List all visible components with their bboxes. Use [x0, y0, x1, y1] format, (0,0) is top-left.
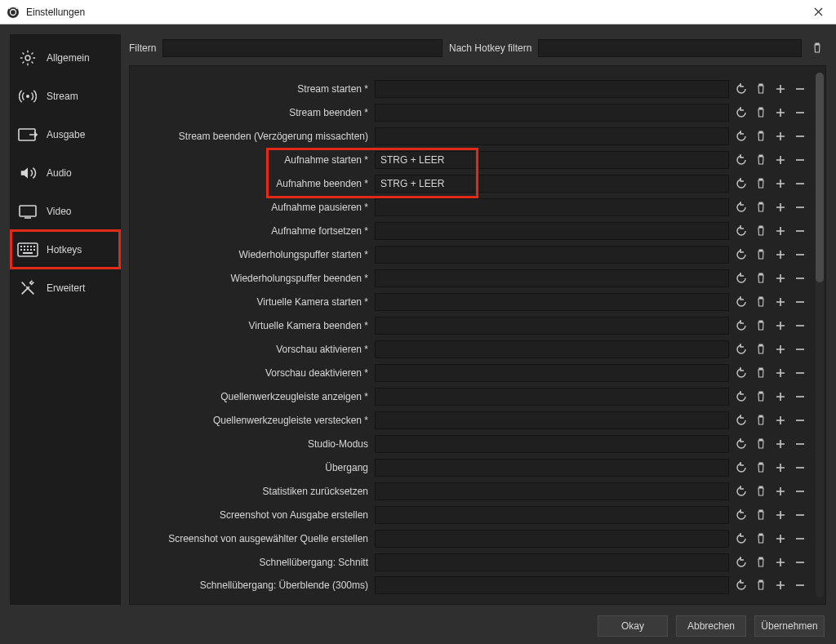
reset-hotkey-button[interactable] [732, 553, 750, 571]
add-hotkey-button[interactable] [772, 80, 789, 98]
add-hotkey-button[interactable] [772, 553, 789, 571]
reset-hotkey-button[interactable] [732, 104, 750, 122]
remove-hotkey-button[interactable] [791, 317, 809, 335]
clear-filters-button[interactable] [808, 39, 826, 57]
add-hotkey-button[interactable] [772, 269, 789, 287]
hotkey-input[interactable] [375, 293, 729, 311]
remove-hotkey-button[interactable] [791, 151, 809, 169]
add-hotkey-button[interactable] [772, 127, 789, 145]
apply-button[interactable]: Übernehmen [754, 615, 825, 637]
cancel-button[interactable]: Abbrechen [676, 615, 746, 637]
clear-hotkey-button[interactable] [752, 269, 770, 287]
reset-hotkey-button[interactable] [732, 269, 750, 287]
add-hotkey-button[interactable] [772, 482, 789, 500]
hotkey-input[interactable] [375, 506, 729, 524]
clear-hotkey-button[interactable] [752, 222, 770, 240]
add-hotkey-button[interactable] [772, 151, 789, 169]
add-hotkey-button[interactable] [772, 388, 789, 406]
reset-hotkey-button[interactable] [732, 198, 750, 216]
add-hotkey-button[interactable] [772, 198, 789, 216]
add-hotkey-button[interactable] [772, 104, 789, 122]
reset-hotkey-button[interactable] [732, 506, 750, 524]
hotkey-input[interactable] [375, 127, 729, 145]
sidebar-item-video[interactable]: Video [11, 192, 120, 230]
clear-hotkey-button[interactable] [752, 246, 770, 264]
remove-hotkey-button[interactable] [791, 127, 809, 145]
remove-hotkey-button[interactable] [791, 576, 809, 594]
clear-hotkey-button[interactable] [752, 175, 770, 193]
remove-hotkey-button[interactable] [791, 411, 809, 429]
hotkey-input[interactable] [375, 388, 729, 406]
scrollbar[interactable] [816, 73, 824, 597]
add-hotkey-button[interactable] [772, 340, 789, 358]
reset-hotkey-button[interactable] [732, 175, 750, 193]
clear-hotkey-button[interactable] [752, 340, 770, 358]
sidebar-item-hotkeys[interactable]: Hotkeys [11, 230, 120, 269]
remove-hotkey-button[interactable] [791, 506, 809, 524]
hotkey-input[interactable] [375, 80, 729, 98]
clear-hotkey-button[interactable] [752, 104, 770, 122]
add-hotkey-button[interactable] [772, 459, 789, 477]
remove-hotkey-button[interactable] [791, 459, 809, 477]
remove-hotkey-button[interactable] [791, 80, 809, 98]
remove-hotkey-button[interactable] [791, 482, 809, 500]
clear-hotkey-button[interactable] [752, 459, 770, 477]
sidebar-item-ausgabe[interactable]: Ausgabe [11, 115, 120, 153]
sidebar-item-stream[interactable]: Stream [11, 77, 120, 115]
window-close-button[interactable] [807, 1, 829, 24]
hotkey-filter-input[interactable] [538, 39, 802, 57]
reset-hotkey-button[interactable] [732, 530, 750, 548]
remove-hotkey-button[interactable] [791, 364, 809, 382]
add-hotkey-button[interactable] [772, 364, 789, 382]
hotkey-input[interactable] [375, 553, 729, 571]
hotkey-input[interactable] [375, 198, 729, 216]
remove-hotkey-button[interactable] [791, 222, 809, 240]
clear-hotkey-button[interactable] [752, 127, 770, 145]
clear-hotkey-button[interactable] [752, 80, 770, 98]
hotkey-input[interactable] [375, 269, 729, 287]
clear-hotkey-button[interactable] [752, 317, 770, 335]
hotkey-input[interactable] [375, 576, 729, 594]
reset-hotkey-button[interactable] [732, 364, 750, 382]
reset-hotkey-button[interactable] [732, 482, 750, 500]
hotkey-input[interactable] [375, 411, 729, 429]
hotkey-input[interactable] [375, 246, 729, 264]
remove-hotkey-button[interactable] [791, 104, 809, 122]
add-hotkey-button[interactable] [772, 293, 789, 311]
reset-hotkey-button[interactable] [732, 317, 750, 335]
remove-hotkey-button[interactable] [791, 198, 809, 216]
sidebar-item-allgemein[interactable]: Allgemein [11, 38, 120, 77]
clear-hotkey-button[interactable] [752, 506, 770, 524]
scrollbar-thumb[interactable] [816, 73, 824, 282]
clear-hotkey-button[interactable] [752, 482, 770, 500]
clear-hotkey-button[interactable] [752, 576, 770, 594]
hotkey-input[interactable] [375, 435, 729, 453]
reset-hotkey-button[interactable] [732, 435, 750, 453]
clear-hotkey-button[interactable] [752, 553, 770, 571]
remove-hotkey-button[interactable] [791, 340, 809, 358]
add-hotkey-button[interactable] [772, 435, 789, 453]
remove-hotkey-button[interactable] [791, 530, 809, 548]
hotkey-input[interactable]: STRG + LEER [375, 175, 729, 193]
add-hotkey-button[interactable] [772, 222, 789, 240]
clear-hotkey-button[interactable] [752, 364, 770, 382]
hotkey-input[interactable] [375, 317, 729, 335]
add-hotkey-button[interactable] [772, 576, 789, 594]
add-hotkey-button[interactable] [772, 246, 789, 264]
reset-hotkey-button[interactable] [732, 459, 750, 477]
add-hotkey-button[interactable] [772, 317, 789, 335]
clear-hotkey-button[interactable] [752, 198, 770, 216]
reset-hotkey-button[interactable] [732, 127, 750, 145]
remove-hotkey-button[interactable] [791, 246, 809, 264]
clear-hotkey-button[interactable] [752, 151, 770, 169]
clear-hotkey-button[interactable] [752, 388, 770, 406]
clear-hotkey-button[interactable] [752, 435, 770, 453]
sidebar-item-erweitert[interactable]: Erweitert [11, 269, 120, 307]
hotkey-input[interactable] [375, 340, 729, 358]
hotkey-input[interactable] [375, 530, 729, 548]
add-hotkey-button[interactable] [772, 175, 789, 193]
remove-hotkey-button[interactable] [791, 175, 809, 193]
reset-hotkey-button[interactable] [732, 222, 750, 240]
reset-hotkey-button[interactable] [732, 388, 750, 406]
remove-hotkey-button[interactable] [791, 553, 809, 571]
